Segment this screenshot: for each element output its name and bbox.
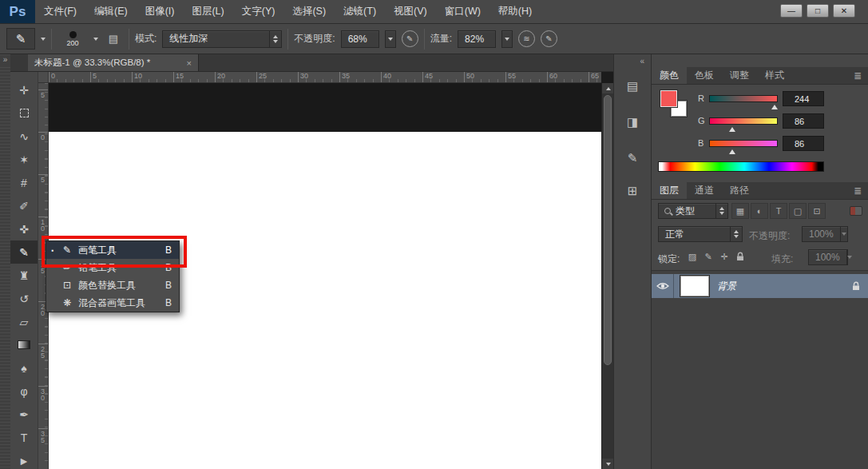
current-tool-preview[interactable]: ✎	[6, 28, 35, 50]
menu-layer[interactable]: 图层(L)	[183, 0, 232, 23]
move-tool[interactable]: ✛	[10, 78, 38, 101]
flyout-item-color-replacement-tool[interactable]: ⊡ 颜色替换工具 B	[46, 276, 179, 294]
healing-brush-tool[interactable]: ✜	[10, 217, 38, 240]
tab-paths[interactable]: 路径	[722, 182, 757, 199]
path-selection-tool[interactable]: ►	[10, 449, 38, 469]
filter-smart-objects-button[interactable]: ⊡	[808, 203, 826, 219]
slider-thumb[interactable]	[729, 146, 735, 154]
scrollbar-thumb[interactable]	[604, 95, 612, 365]
red-slider[interactable]	[709, 95, 778, 102]
filter-pixel-layers-button[interactable]: ▦	[731, 203, 749, 219]
layer-filter-toggle[interactable]	[850, 206, 862, 216]
menu-edit[interactable]: 编辑(E)	[85, 0, 137, 23]
lock-transparency-button[interactable]: ▨	[685, 249, 700, 264]
layer-visibility-toggle[interactable]	[652, 274, 674, 298]
scroll-down-button[interactable]	[602, 459, 614, 469]
lock-paint-button[interactable]: ✎	[701, 249, 715, 264]
panel-menu-icon[interactable]: ≣	[847, 182, 868, 199]
filter-shape-layers-button[interactable]: ▢	[789, 203, 807, 219]
toolbar-collapse-button[interactable]: »	[0, 55, 10, 65]
collapsed-panel-button-3[interactable]: ✎	[621, 148, 644, 169]
history-brush-tool[interactable]: ↺	[10, 287, 38, 310]
pen-tool[interactable]: ✒	[10, 403, 38, 426]
maximize-button[interactable]: □	[807, 4, 829, 18]
tab-color[interactable]: 颜色	[652, 67, 687, 84]
tab-swatches[interactable]: 色板	[687, 67, 722, 84]
vertical-scrollbar[interactable]	[601, 83, 613, 469]
menu-help[interactable]: 帮助(H)	[489, 0, 541, 23]
panel-menu-icon[interactable]: ≣	[847, 67, 868, 84]
menu-view[interactable]: 视图(V)	[385, 0, 436, 23]
menu-window[interactable]: 窗口(W)	[436, 0, 489, 23]
close-button[interactable]: ✕	[833, 4, 855, 18]
menu-filter[interactable]: 滤镜(T)	[335, 0, 385, 23]
layer-opacity-select[interactable]: 100%	[802, 226, 848, 242]
gradient-tool[interactable]	[10, 333, 38, 356]
green-slider[interactable]	[709, 117, 778, 125]
brush-preset-picker[interactable]: 200	[57, 27, 88, 51]
collapsed-panel-button-1[interactable]: ▤	[621, 76, 644, 97]
blue-value-field[interactable]: 86	[783, 136, 824, 151]
layer-blend-mode-select[interactable]: 正常	[658, 226, 743, 242]
slider-thumb[interactable]	[729, 124, 735, 132]
tool-preset-dropdown-icon[interactable]	[41, 38, 46, 41]
opacity-input[interactable]: 68%	[341, 30, 379, 48]
color-spectrum-ramp[interactable]	[658, 161, 824, 172]
shortcut-label: B	[165, 280, 172, 291]
menu-type[interactable]: 文字(Y)	[233, 0, 284, 23]
clone-stamp-tool[interactable]: ♜	[10, 264, 38, 287]
magic-wand-icon: ✶	[19, 153, 29, 166]
minimize-button[interactable]: —	[780, 4, 803, 18]
horizontal-ruler[interactable]: 0 5 10 15 20 25 30 35 40 45 50 55 60 65	[49, 72, 601, 83]
slider-thumb[interactable]	[771, 101, 778, 109]
airbrush-toggle[interactable]: ≋	[518, 30, 535, 47]
menu-bar: Ps 文件(F) 编辑(E) 图像(I) 图层(L) 文字(Y) 选择(S) 滤…	[0, 0, 868, 24]
opacity-dropdown[interactable]	[385, 30, 396, 48]
flow-input[interactable]: 82%	[458, 30, 496, 48]
document-tab[interactable]: 未标题-1 @ 33.3%(RGB/8) * ×	[28, 54, 199, 71]
type-tool[interactable]: T	[10, 426, 38, 449]
brush-tool[interactable]: ✎	[10, 240, 38, 264]
collapsed-panel-button-4[interactable]: ⊞	[621, 181, 644, 201]
layer-thumbnail[interactable]	[680, 276, 709, 296]
blue-slider[interactable]	[709, 140, 778, 147]
expand-panels-button[interactable]: «	[640, 57, 644, 66]
dodge-tool[interactable]: φ	[10, 380, 38, 403]
eyedropper-tool[interactable]: ✐	[10, 194, 38, 217]
filter-type-layers-button[interactable]: T	[770, 203, 787, 219]
tab-layers[interactable]: 图层	[652, 182, 687, 199]
flyout-item-mixer-brush-tool[interactable]: ❋ 混合器画笔工具 B	[46, 294, 179, 312]
eraser-tool[interactable]: ▱	[10, 310, 38, 333]
layer-fill-value: 100%	[809, 252, 846, 263]
menu-select[interactable]: 选择(S)	[283, 0, 335, 23]
foreground-color-swatch[interactable]	[660, 90, 677, 107]
layer-row-background[interactable]: 背景	[652, 274, 868, 298]
green-value-field[interactable]: 86	[783, 113, 824, 129]
lock-all-button[interactable]	[733, 249, 747, 264]
pressure-opacity-toggle[interactable]: ✎	[402, 30, 418, 47]
layer-fill-select[interactable]: 100%	[808, 249, 848, 265]
tab-adjustments[interactable]: 调整	[722, 67, 757, 84]
magic-wand-tool[interactable]: ✶	[10, 148, 38, 171]
lasso-tool[interactable]: ∿	[10, 125, 38, 148]
tab-channels[interactable]: 通道	[687, 182, 722, 199]
menu-file[interactable]: 文件(F)	[35, 0, 85, 23]
collapsed-panel-button-2[interactable]: ◨	[621, 112, 644, 133]
blend-mode-select[interactable]: 线性加深	[162, 30, 282, 48]
toggle-brush-panel-button[interactable]: ▤	[104, 30, 123, 49]
brush-preset-dropdown-icon[interactable]	[93, 38, 98, 41]
tab-styles[interactable]: 样式	[757, 67, 792, 84]
filter-adjustment-layers-button[interactable]: ◐	[751, 203, 768, 219]
layer-filter-select[interactable]: 类型	[658, 203, 728, 219]
scroll-up-button[interactable]	[602, 83, 614, 93]
crop-tool[interactable]: #	[10, 171, 38, 194]
red-value-field[interactable]: 244	[783, 91, 824, 106]
marquee-tool[interactable]	[10, 101, 38, 125]
pressure-size-toggle[interactable]: ✎	[541, 30, 557, 47]
blur-tool[interactable]: ♠	[10, 356, 38, 380]
tab-close-icon[interactable]: ×	[187, 58, 192, 68]
updown-arrows-icon	[715, 204, 727, 218]
lock-move-button[interactable]: ✛	[717, 249, 731, 264]
menu-image[interactable]: 图像(I)	[137, 0, 184, 23]
flow-dropdown[interactable]	[501, 30, 513, 48]
